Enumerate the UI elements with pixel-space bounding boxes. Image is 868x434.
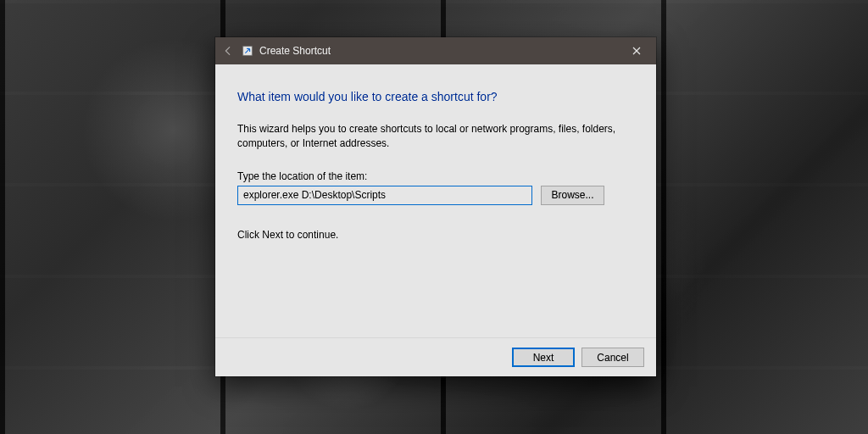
create-shortcut-dialog: Create Shortcut What item would you like… — [215, 37, 656, 376]
cancel-button[interactable]: Cancel — [581, 348, 644, 367]
window-title: Create Shortcut — [259, 45, 331, 57]
close-button[interactable] — [617, 37, 656, 64]
location-row: Browse... — [237, 186, 634, 205]
back-arrow-icon — [215, 45, 241, 57]
continue-hint: Click Next to continue. — [237, 229, 634, 241]
wizard-description: This wizard helps you to create shortcut… — [237, 122, 627, 152]
browse-button[interactable]: Browse... — [541, 186, 604, 205]
location-label: Type the location of the item: — [237, 170, 634, 182]
next-button[interactable]: Next — [512, 348, 575, 367]
shortcut-wizard-icon — [241, 44, 254, 58]
wizard-heading: What item would you like to create a sho… — [237, 90, 634, 103]
titlebar[interactable]: Create Shortcut — [215, 37, 656, 64]
dialog-body: What item would you like to create a sho… — [215, 64, 656, 241]
dialog-footer: Next Cancel — [215, 337, 656, 376]
desktop-background: Create Shortcut What item would you like… — [0, 0, 868, 434]
location-input[interactable] — [237, 186, 532, 205]
